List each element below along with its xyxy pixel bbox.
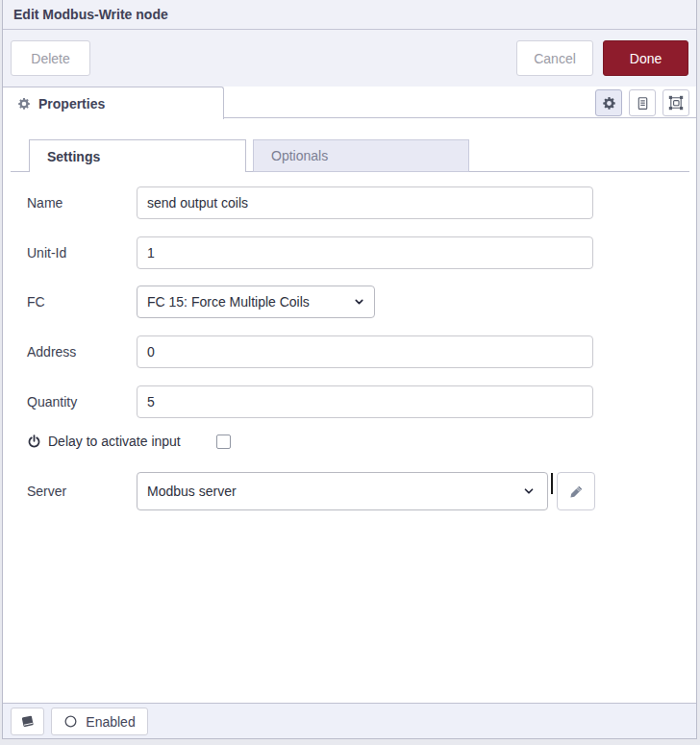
document-icon xyxy=(636,96,650,111)
address-input[interactable] xyxy=(137,335,593,368)
tab-settings[interactable]: Settings xyxy=(29,139,246,172)
tab-properties-label: Properties xyxy=(38,96,105,112)
node-help-button[interactable] xyxy=(11,708,44,735)
dialog-footer: Enabled xyxy=(3,703,696,738)
unit-id-input[interactable] xyxy=(137,236,593,269)
unit-id-label: Unit-Id xyxy=(27,245,66,261)
properties-panel: Settings Optionals Name Unit-Id FC FC 15… xyxy=(3,119,696,703)
power-icon xyxy=(27,435,41,449)
delay-checkbox[interactable] xyxy=(216,435,231,449)
editor-tab-bar: Properties xyxy=(3,87,696,118)
server-label: Server xyxy=(27,484,66,499)
gear-icon xyxy=(17,97,31,111)
server-select-value: Modbus server xyxy=(147,484,237,499)
chevron-down-icon xyxy=(522,484,536,498)
edit-node-dialog: Edit Modbus-Write node Delete Cancel Don… xyxy=(2,0,697,739)
editor-tab-icons xyxy=(595,89,689,116)
book-icon xyxy=(20,714,36,730)
circle-icon xyxy=(63,714,78,729)
cancel-button[interactable]: Cancel xyxy=(516,40,593,76)
description-icon-button[interactable] xyxy=(629,89,656,116)
text-cursor xyxy=(551,473,553,494)
dialog-toolbar: Delete Cancel Done xyxy=(3,30,696,87)
delete-button[interactable]: Delete xyxy=(11,40,90,76)
edit-server-button[interactable] xyxy=(557,472,595,510)
enabled-toggle-button[interactable]: Enabled xyxy=(51,708,148,735)
dialog-title: Edit Modbus-Write node xyxy=(3,0,696,30)
fc-select[interactable]: FC 15: Force Multiple Coils xyxy=(137,286,375,318)
fc-label: FC xyxy=(27,294,45,310)
chevron-down-icon xyxy=(353,296,365,309)
tab-settings-label: Settings xyxy=(47,149,100,164)
quantity-input[interactable] xyxy=(137,385,593,418)
tab-optionals-label: Optionals xyxy=(271,148,328,163)
tab-properties[interactable]: Properties xyxy=(3,87,224,119)
delay-row: Delay to activate input xyxy=(27,434,231,449)
address-label: Address xyxy=(27,344,76,360)
delay-label: Delay to activate input xyxy=(48,434,181,449)
done-button[interactable]: Done xyxy=(603,40,688,76)
tab-optionals[interactable]: Optionals xyxy=(253,139,469,172)
pencil-icon xyxy=(569,484,584,499)
appearance-icon-button[interactable] xyxy=(662,89,689,116)
enabled-label: Enabled xyxy=(86,714,135,730)
name-label: Name xyxy=(27,195,62,211)
fc-select-value: FC 15: Force Multiple Coils xyxy=(147,294,310,310)
name-input[interactable] xyxy=(137,186,593,219)
quantity-label: Quantity xyxy=(27,394,77,410)
appearance-icon xyxy=(668,95,684,111)
gear-icon xyxy=(602,96,616,111)
server-select[interactable]: Modbus server xyxy=(137,472,548,510)
properties-icon-button[interactable] xyxy=(595,89,622,116)
